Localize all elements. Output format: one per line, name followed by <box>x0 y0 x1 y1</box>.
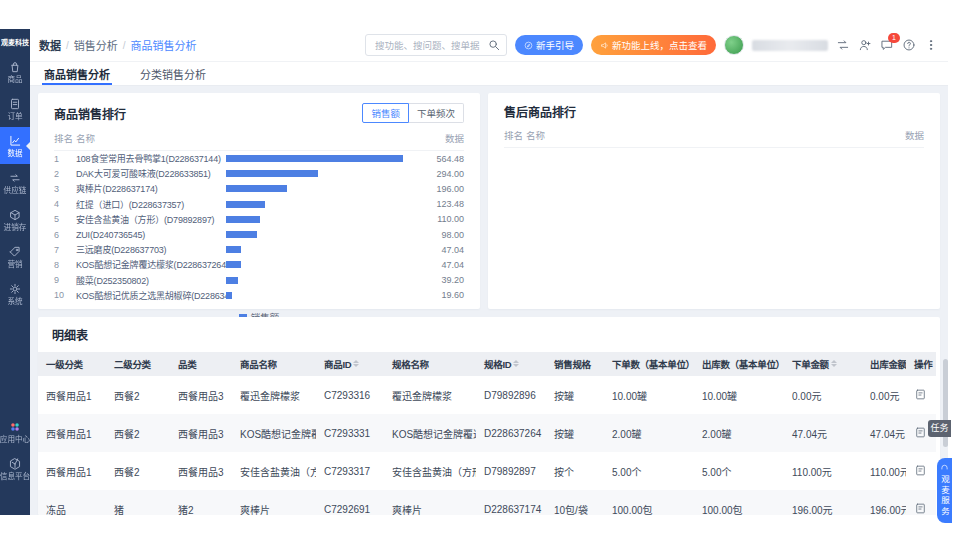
ranking-product-name: ZUI(D240736545) <box>76 230 226 240</box>
table-cell: 西餐用品1 <box>38 452 106 490</box>
breadcrumb-item[interactable]: 数据 <box>39 37 61 53</box>
sidebar-item-marketing[interactable]: 营销 <box>0 238 30 275</box>
view-report-icon[interactable] <box>914 426 927 439</box>
sidebar-item-orders[interactable]: 订单 <box>0 90 30 127</box>
messages-icon[interactable]: 1 <box>880 38 894 52</box>
avatar[interactable] <box>724 35 744 55</box>
ranking-product-name: 酸菜(D252350802) <box>76 274 226 287</box>
sales-ranking-panel: 商品销售排行 销售额下单频次 排名 名称 数据 1 108食堂常用去骨鸭掌1(D… <box>38 93 480 309</box>
more-menu-icon[interactable] <box>924 38 938 52</box>
sidebar-item-supply-chain[interactable]: 供应链 <box>0 164 30 201</box>
sidebar-item-info-platform[interactable]: 信息平台 <box>0 450 30 487</box>
sort-icon[interactable] <box>513 360 519 368</box>
brand-logo: 观麦科技 <box>0 29 30 53</box>
metric-toggle-销售额[interactable]: 销售额 <box>362 103 409 123</box>
rank-number: 10 <box>54 290 76 300</box>
ranking-row: 5 安佳含盐黄油（方形）(D79892897) 110.00 <box>54 212 464 227</box>
table-cell: C7293317 <box>316 452 384 490</box>
table-cell: D79892896 <box>476 376 546 414</box>
sidebar-item-system[interactable]: 系统 <box>0 275 30 312</box>
column-header-出库金额[interactable]: 出库金额 <box>862 352 906 376</box>
sidebar-item-label: 订单 <box>7 113 22 121</box>
new-feature-button[interactable]: 新功能上线，点击查看 <box>591 35 716 55</box>
column-header-规格ID[interactable]: 规格ID <box>476 352 546 376</box>
ranking-product-name: DAK大可爱可酸味液(D228633851) <box>76 167 226 180</box>
column-header-操作: 操作 <box>906 352 936 376</box>
table-cell: 爽棒片 <box>232 490 316 515</box>
sales-bar <box>226 277 238 284</box>
ranking-row: 4 红提（进口）(D228637357) 123.48 <box>54 197 464 212</box>
newbie-guide-button[interactable]: 新手引导 <box>515 35 583 55</box>
table-cell: D79892897 <box>476 452 546 490</box>
metric-toggle: 销售额下单频次 <box>362 103 464 123</box>
table-cell: 按罐 <box>546 414 604 452</box>
table-cell: 196.00元 <box>784 490 862 515</box>
switch-account-icon[interactable] <box>836 38 850 52</box>
aftersales-ranking-panel: 售后商品排行 排名 名称 数据 <box>488 93 940 309</box>
rank-column-label: 排名 <box>54 131 76 145</box>
sales-value: 47.04 <box>416 245 464 255</box>
table-cell: 5.00个 <box>694 452 784 490</box>
bag-icon <box>8 60 22 74</box>
view-report-icon[interactable] <box>914 388 927 401</box>
table-cell: 10.00罐 <box>604 376 694 414</box>
table-cell: 5.00个 <box>604 452 694 490</box>
view-report-icon[interactable] <box>914 502 927 515</box>
table-cell: 2.00罐 <box>604 414 694 452</box>
table-cell: 安佳含盐黄油（方形） <box>232 452 316 490</box>
column-header-品类: 品类 <box>170 352 232 376</box>
table-cell: 西餐用品3 <box>170 376 232 414</box>
sidebar-item-goods[interactable]: 商品 <box>0 53 30 90</box>
table-cell: 覆迅金牌檬浆 <box>384 376 476 414</box>
table-cell: 西餐用品3 <box>170 452 232 490</box>
search-icon[interactable] <box>487 38 501 52</box>
table-cell: 西餐用品3 <box>170 414 232 452</box>
breadcrumb-item[interactable]: 销售分析 <box>74 37 118 53</box>
aftersales-column-headers: 排名 名称 数据 <box>504 128 924 148</box>
megaphone-icon <box>600 41 609 50</box>
global-search[interactable] <box>365 34 507 56</box>
apps-icon <box>8 420 22 434</box>
supply-icon <box>8 171 22 185</box>
table-cell: 2.00罐 <box>694 414 784 452</box>
metric-toggle-下单频次[interactable]: 下单频次 <box>409 103 464 123</box>
ranking-row: 8 KOS酷想记金牌覆达檬浆(D228637264) 47.04 <box>54 257 464 272</box>
sort-icon[interactable] <box>831 360 837 368</box>
platform-icon <box>8 457 22 471</box>
search-input[interactable] <box>373 39 487 52</box>
detail-table-panel: 明细表 一级分类二级分类品类商品名称商品ID规格名称规格ID销售规格下单数（基本… <box>38 317 940 515</box>
table-cell: C7293331 <box>316 414 384 452</box>
column-header-出库数（基本单位）[interactable]: 出库数（基本单位） <box>694 352 784 376</box>
task-floating-tab[interactable]: 任务 <box>928 420 951 437</box>
view-report-icon[interactable] <box>914 464 927 477</box>
sales-value: 39.20 <box>416 275 464 285</box>
detail-table: 一级分类二级分类品类商品名称商品ID规格名称规格ID销售规格下单数（基本单位）出… <box>38 352 936 515</box>
table-cell: 110.00元 <box>862 452 906 490</box>
table-cell: 西餐用品1 <box>38 376 106 414</box>
sort-icon[interactable] <box>353 360 359 368</box>
sidebar-item-data[interactable]: 数据 <box>0 127 30 164</box>
sales-value: 19.60 <box>416 290 464 300</box>
scrollbar[interactable] <box>942 29 948 515</box>
table-cell: 0.00元 <box>862 376 906 414</box>
column-header-下单金额[interactable]: 下单金额 <box>784 352 862 376</box>
message-badge: 1 <box>888 33 900 43</box>
sidebar-item-inventory[interactable]: 进销存 <box>0 201 30 238</box>
help-icon[interactable] <box>902 38 916 52</box>
tab-商品销售分析[interactable]: 商品销售分析 <box>42 62 112 85</box>
rank-number: 4 <box>54 199 76 209</box>
invite-user-icon[interactable] <box>858 38 872 52</box>
ranking-row: 2 DAK大可爱可酸味液(D228633851) 294.00 <box>54 166 464 181</box>
operation-cell <box>906 452 936 490</box>
sales-bar <box>226 216 260 223</box>
breadcrumb-item[interactable]: 商品销售分析 <box>131 37 197 53</box>
table-cell: 196.00元 <box>862 490 906 515</box>
value-column-label: 数据 <box>876 128 924 142</box>
tab-分类销售分析[interactable]: 分类销售分析 <box>138 62 208 85</box>
column-header-下单数（基本单位）[interactable]: 下单数（基本单位） <box>604 352 694 376</box>
table-cell: 西餐2 <box>106 452 170 490</box>
table-cell: 按个 <box>546 452 604 490</box>
column-header-商品ID[interactable]: 商品ID <box>316 352 384 376</box>
customer-service-button[interactable]: 观麦服务 <box>937 458 952 523</box>
sidebar-item-app-center[interactable]: 应用中心 <box>0 413 30 450</box>
